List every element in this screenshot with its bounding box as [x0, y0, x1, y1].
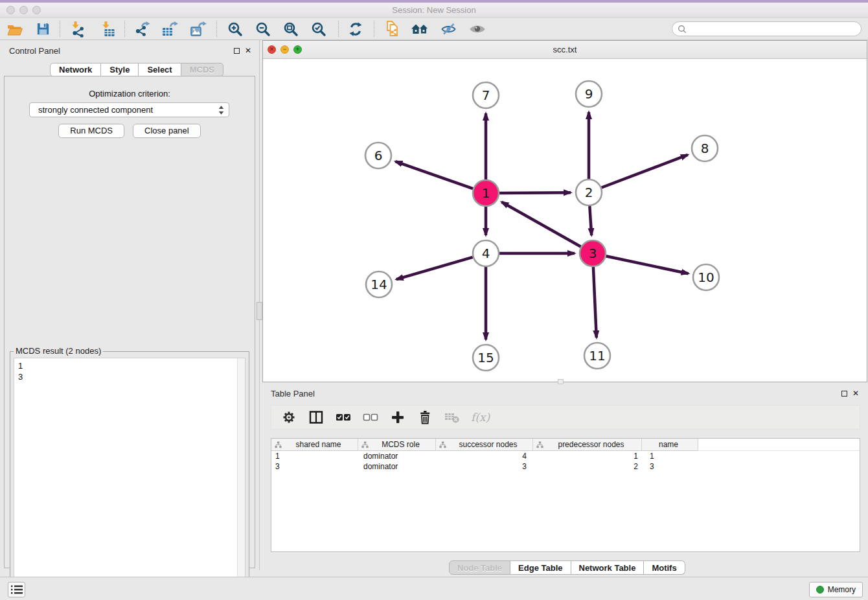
hide-visibility-icon[interactable]: [436, 19, 461, 39]
save-session-icon[interactable]: [30, 19, 55, 39]
table-cell[interactable]: 3: [642, 462, 698, 471]
deselect-all-icon[interactable]: [362, 409, 379, 426]
column-header-successor-nodes[interactable]: successor nodes: [436, 439, 533, 451]
refresh-icon[interactable]: [343, 19, 368, 39]
column-header-shared-name[interactable]: shared name: [271, 439, 358, 451]
zoom-fit-icon[interactable]: [279, 19, 303, 39]
graph-node-label: 8: [701, 141, 709, 156]
table-cell[interactable]: 1: [533, 452, 642, 461]
zoom-selected-icon[interactable]: [306, 19, 331, 39]
add-row-icon[interactable]: [389, 409, 406, 426]
delete-row-icon[interactable]: [417, 409, 433, 426]
insert-column-icon[interactable]: [308, 409, 325, 426]
graph-node-label: 14: [371, 277, 387, 292]
mcds-scrollbar[interactable]: [237, 358, 245, 590]
floppy-icon: [36, 21, 51, 36]
tab-network-table[interactable]: Network Table: [571, 560, 645, 575]
memory-button[interactable]: Memory: [809, 582, 863, 597]
tree-icon: [439, 441, 446, 448]
import-network-icon[interactable]: [65, 19, 89, 39]
zoom-in-icon[interactable]: [223, 19, 247, 39]
graph-edge-1-6[interactable]: [395, 161, 473, 189]
toolbar-separator: [374, 21, 374, 37]
column-header-mcds-role[interactable]: MCDS role: [358, 439, 436, 451]
run-mcds-button[interactable]: Run MCDS: [58, 124, 124, 138]
control-panel: Control Panel ✕ Network Style Select MCD…: [0, 40, 260, 570]
table-cell[interactable]: 4: [436, 452, 533, 461]
float-panel-icon[interactable]: [234, 48, 240, 54]
tab-style[interactable]: Style: [101, 63, 139, 76]
tree-icon: [361, 441, 369, 448]
criterion-dropdown[interactable]: strongly connected component: [29, 102, 229, 117]
memory-label: Memory: [828, 585, 856, 594]
status-bar: Memory: [0, 577, 868, 600]
graph-edge-3-1[interactable]: [501, 202, 580, 247]
open-session-icon[interactable]: [3, 19, 27, 39]
graph-edge-2-3[interactable]: [589, 206, 591, 235]
tab-select[interactable]: Select: [139, 63, 181, 76]
table-toolbar: f(x): [271, 405, 860, 430]
table-tabs: Node Table Edge Table Network Table Moti…: [449, 560, 685, 575]
network-canvas[interactable]: 7968124314101511: [263, 59, 867, 382]
graph-node-label: 1: [482, 185, 490, 201]
eye-glyph: [469, 23, 486, 35]
zoom-out-icon[interactable]: [251, 19, 275, 39]
graph-edge-4-14[interactable]: [396, 257, 473, 279]
mcds-result-box[interactable]: 1 3: [14, 358, 246, 591]
column-header-name[interactable]: name: [642, 439, 698, 451]
table-cell[interactable]: 2: [533, 462, 642, 471]
close-panel-button[interactable]: Close panel: [133, 124, 201, 138]
close-panel-icon[interactable]: ✕: [245, 47, 251, 54]
task-history-button[interactable]: [8, 582, 25, 597]
delete-table-icon[interactable]: [444, 409, 461, 426]
table-cell[interactable]: 1: [271, 452, 358, 461]
table-cell[interactable]: 1: [642, 452, 698, 461]
export-image-icon[interactable]: [186, 19, 211, 39]
export-table-glyph: [161, 21, 178, 37]
function-builder-icon[interactable]: f(x): [471, 411, 490, 424]
table-cell[interactable]: 3: [436, 462, 533, 471]
home-icon[interactable]: [407, 19, 432, 39]
table-cell[interactable]: dominator: [358, 462, 436, 471]
panel-splitter-handle[interactable]: [257, 302, 262, 320]
network-window-titlebar[interactable]: ✕ − + scc.txt: [263, 41, 867, 59]
show-visibility-icon[interactable]: [465, 19, 490, 39]
close-panel-icon[interactable]: ✕: [852, 389, 859, 397]
tab-motifs[interactable]: Motifs: [644, 560, 685, 575]
table-row[interactable]: 3dominator323: [271, 461, 860, 472]
graph-edge-1-2[interactable]: [499, 192, 571, 193]
graph-edge-2-8[interactable]: [602, 155, 688, 188]
zoom-in-glyph: [227, 21, 243, 37]
export-image-glyph: [190, 21, 207, 37]
export-table-icon[interactable]: [157, 19, 182, 39]
export-network-icon[interactable]: [130, 19, 154, 39]
graph-node-label: 6: [374, 148, 383, 163]
table-panel-title: Table Panel: [271, 389, 315, 398]
import-table-glyph: [100, 21, 116, 38]
node-table: shared name MCDS role successor nodes pr…: [271, 438, 860, 552]
graph-edge-3-10[interactable]: [606, 256, 689, 273]
clone-network-view-icon[interactable]: [380, 19, 404, 39]
search-input[interactable]: [687, 23, 861, 35]
column-header-predecessor-nodes[interactable]: predecessor nodes: [533, 439, 642, 451]
float-panel-icon[interactable]: [841, 391, 847, 397]
table-settings-icon[interactable]: [280, 409, 297, 426]
graph-node-label: 15: [477, 350, 494, 365]
table-cell[interactable]: 3: [271, 462, 358, 471]
table-cell[interactable]: dominator: [358, 452, 436, 461]
table-row[interactable]: 1dominator411: [271, 451, 860, 461]
tab-edge-table[interactable]: Edge Table: [510, 560, 571, 575]
search-box[interactable]: [672, 21, 862, 36]
tree-icon: [536, 441, 543, 448]
clone-pages-glyph: [383, 20, 400, 38]
tab-node-table[interactable]: Node Table: [449, 560, 510, 575]
network-resize-handle[interactable]: [558, 379, 564, 384]
tree-icon: [275, 441, 282, 448]
select-all-icon[interactable]: [335, 409, 352, 426]
graph-edge-3-11[interactable]: [593, 267, 597, 338]
tab-mcds[interactable]: MCDS: [181, 63, 223, 76]
tab-network[interactable]: Network: [50, 63, 101, 76]
import-table-icon[interactable]: [95, 19, 120, 39]
graph-node-label: 7: [482, 87, 490, 103]
refresh-glyph: [348, 21, 363, 37]
